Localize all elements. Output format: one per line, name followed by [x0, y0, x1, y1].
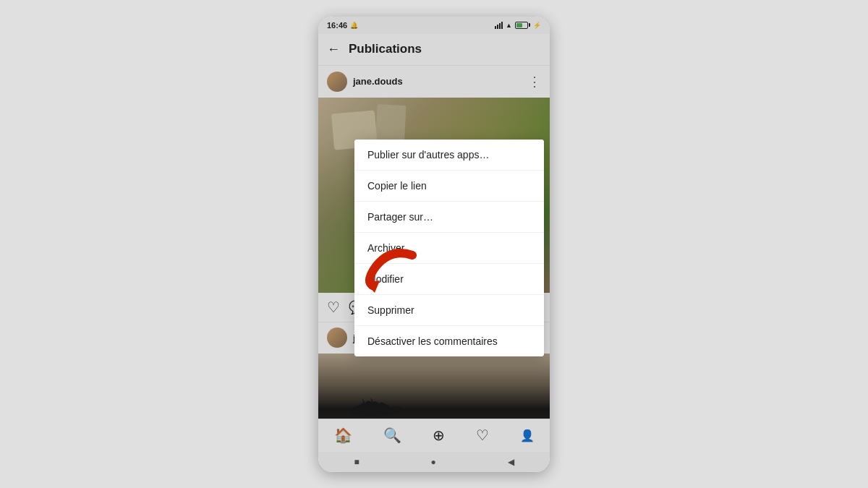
- dropdown-menu: Publier sur d'autres apps… Copier le lie…: [354, 140, 544, 356]
- dropdown-item-share[interactable]: Partager sur…: [354, 202, 544, 233]
- dropdown-item-delete[interactable]: Supprimer: [354, 295, 544, 326]
- phone-frame: 16:46 🔔 ▲ ⚡ ← Publications: [318, 17, 550, 472]
- dropdown-item-modifier[interactable]: Modifier: [354, 264, 544, 295]
- dropdown-item-publish[interactable]: Publier sur d'autres apps…: [354, 140, 544, 171]
- dropdown-item-copy[interactable]: Copier le lien: [354, 171, 544, 202]
- dropdown-item-disable-comments[interactable]: Désactiver les commentaires: [354, 326, 544, 356]
- dropdown-item-archive[interactable]: Archiver: [354, 233, 544, 264]
